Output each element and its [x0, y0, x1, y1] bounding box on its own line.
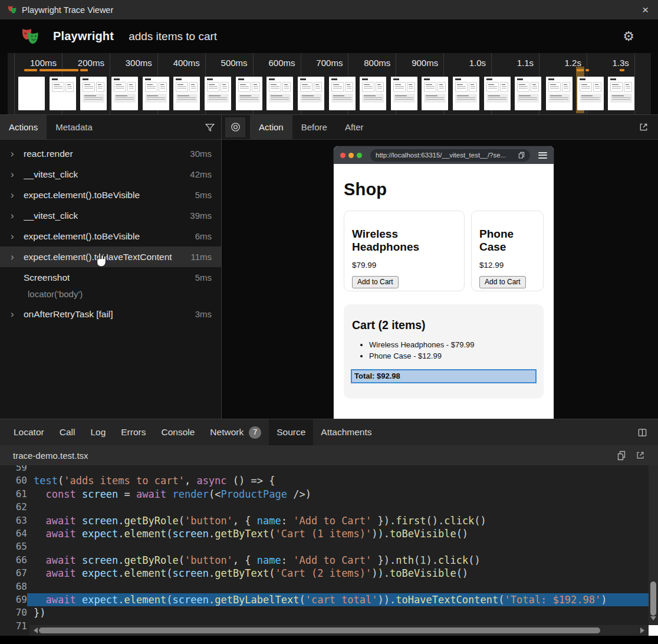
code-line: 66 await screen.getByRole('button', { na…: [0, 554, 649, 567]
timeline-screenshot-frame[interactable]: [515, 77, 541, 110]
horizontal-scroll-thumb[interactable]: [39, 627, 600, 633]
timeline-screenshot-frame[interactable]: [236, 77, 262, 110]
browser-menu-icon[interactable]: [538, 150, 547, 160]
pick-locator-target-icon[interactable]: [225, 117, 245, 137]
copy-url-icon[interactable]: [518, 152, 525, 159]
timeline-screenshot-frame[interactable]: [18, 77, 45, 110]
scroll-right-arrow-icon[interactable]: [640, 627, 647, 633]
url-text: http://localhost:63315/__vitest_test__/?…: [376, 152, 514, 159]
timeline[interactable]: 100ms200ms300ms400ms500ms600ms700ms800ms…: [0, 53, 658, 115]
action-duration: 5ms: [195, 272, 212, 282]
frame-mini-card: [593, 82, 601, 92]
frame-mini-cart: [517, 94, 539, 103]
tab-errors[interactable]: Errors: [113, 419, 153, 445]
filter-icon[interactable]: [199, 115, 221, 139]
timeline-screenshot-frame[interactable]: [577, 77, 604, 110]
chevron-right-icon[interactable]: ›: [11, 252, 17, 262]
tab-call[interactable]: Call: [52, 419, 83, 445]
chevron-right-icon[interactable]: ›: [11, 149, 17, 159]
timeline-screenshot-frame[interactable]: [111, 77, 138, 110]
open-source-external-icon[interactable]: [631, 451, 650, 460]
action-list-item[interactable]: ›__vitest_click42ms: [0, 164, 221, 185]
timeline-screenshot-frame[interactable]: [173, 77, 200, 110]
action-list-item[interactable]: ›expect.element().toBeVisible6ms: [0, 226, 221, 247]
chevron-right-icon[interactable]: ›: [11, 169, 17, 179]
timeline-tick-label: 1.3s: [612, 58, 629, 68]
gear-icon[interactable]: ⚙: [623, 30, 634, 43]
action-list-item[interactable]: ›expect.element().toBeVisible5ms: [0, 185, 221, 205]
frame-mini-card: [145, 82, 157, 92]
timeline-screenshot-frame[interactable]: [453, 77, 479, 110]
timeline-screenshot-frame[interactable]: [546, 77, 573, 110]
scroll-left-arrow-icon[interactable]: [31, 627, 38, 633]
code-horizontal-scrollbar[interactable]: [29, 625, 649, 636]
timeline-screenshot-frame[interactable]: [143, 77, 169, 110]
frame-mini-cart: [548, 94, 570, 103]
copy-source-icon[interactable]: [612, 451, 631, 461]
timeline-screenshot-frame[interactable]: [422, 77, 448, 110]
scroll-down-arrow-icon[interactable]: [650, 616, 656, 623]
timeline-screenshot-frame[interactable]: [329, 77, 356, 110]
frame-mini-card: [455, 82, 468, 92]
frame-mini-products: [176, 82, 198, 92]
code-text: await expect.element(screen.getByText('C…: [27, 527, 649, 540]
add-to-cart-button[interactable]: Add to Cart: [479, 276, 526, 288]
action-list-item[interactable]: ›onAfterRetryTask [fail]3ms: [0, 304, 221, 324]
timeline-duration-bar: [80, 69, 88, 71]
chevron-right-icon[interactable]: ›: [11, 309, 17, 319]
tab-label: Log: [90, 427, 106, 438]
chevron-right-icon[interactable]: ›: [11, 211, 17, 221]
tab-before[interactable]: Before: [292, 115, 336, 139]
action-list-item[interactable]: ›react.render30ms: [0, 143, 221, 164]
action-title: expect.element().toBeVisible: [24, 231, 140, 242]
timeline-screenshot-frame[interactable]: [267, 77, 293, 110]
action-list-item[interactable]: ›expect.element().toHaveTextContent11ms: [0, 247, 221, 267]
tab-action[interactable]: Action: [250, 115, 292, 139]
timeline-screenshot-frame[interactable]: [360, 77, 386, 110]
app-name: Playwright: [53, 29, 114, 43]
frame-mini-products: [238, 82, 260, 92]
scrollbar-corner: [649, 625, 658, 636]
tab-console[interactable]: Console: [153, 419, 202, 445]
line-number: 64: [0, 527, 27, 540]
browser-chrome: http://localhost:63315/__vitest_test__/?…: [334, 146, 554, 164]
timeline-screenshot-frame[interactable]: [80, 77, 107, 110]
frame-mini-title: [176, 78, 182, 80]
code-text: }): [27, 606, 649, 619]
workbench: ActionsMetadata ›react.render30ms›__vite…: [0, 115, 658, 419]
vertical-scroll-thumb[interactable]: [650, 581, 656, 616]
frame-mini-card: [548, 82, 561, 92]
chevron-right-icon[interactable]: ›: [11, 231, 17, 241]
action-duration: 11ms: [190, 252, 212, 262]
timeline-screenshot-frame[interactable]: [391, 77, 417, 110]
tab-log[interactable]: Log: [83, 419, 113, 445]
chevron-right-icon[interactable]: ›: [11, 190, 17, 200]
tab-attachments[interactable]: Attachments: [313, 419, 379, 445]
tab-label: Locator: [14, 427, 44, 438]
close-icon[interactable]: ×: [640, 4, 651, 15]
code-vertical-scrollbar[interactable]: [649, 465, 658, 625]
frame-mini-products: [114, 82, 136, 92]
timeline-screenshot-frame[interactable]: [298, 77, 324, 110]
action-list-item[interactable]: ›__vitest_click39ms: [0, 205, 221, 226]
timeline-track[interactable]: 100ms200ms300ms400ms500ms600ms700ms800ms…: [8, 53, 651, 114]
frame-mini-cart: [486, 94, 508, 103]
frame-mini-title: [548, 78, 554, 80]
tab-locator[interactable]: Locator: [6, 419, 52, 445]
timeline-screenshot-frame[interactable]: [608, 77, 634, 110]
split-view-icon[interactable]: [631, 419, 653, 445]
timeline-screenshot-frame[interactable]: [50, 77, 76, 110]
tab-source[interactable]: Source: [269, 419, 313, 445]
window-title: Playwright Trace Viewer: [22, 5, 113, 15]
timeline-screenshot-frame[interactable]: [205, 77, 231, 110]
action-list-item[interactable]: Screenshot5ms: [0, 267, 221, 288]
tab-actions[interactable]: Actions: [0, 115, 47, 139]
code-text: [27, 465, 649, 474]
tab-network[interactable]: Network7: [202, 419, 269, 445]
code-line: 59: [0, 465, 649, 474]
timeline-screenshot-frame[interactable]: [484, 77, 511, 110]
add-to-cart-button[interactable]: Add to Cart: [352, 276, 399, 288]
open-snapshot-external-icon[interactable]: [632, 115, 654, 139]
tab-after[interactable]: After: [336, 115, 373, 139]
tab-metadata[interactable]: Metadata: [47, 115, 101, 139]
